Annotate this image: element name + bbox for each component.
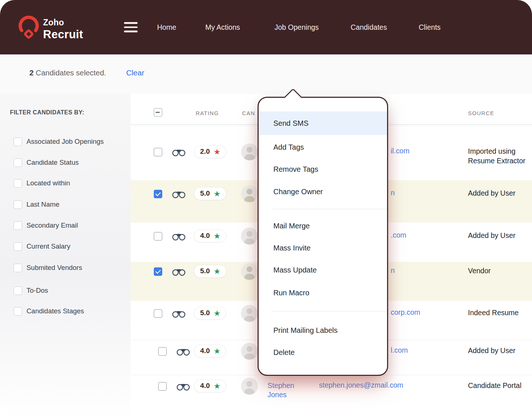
- filter-last-name[interactable]: Last Name: [0, 199, 131, 210]
- candidate-name-link[interactable]: Stephen Jones: [267, 381, 302, 400]
- star-icon: ★: [213, 148, 220, 156]
- checkbox[interactable]: [14, 221, 22, 230]
- quick-view-icon[interactable]: [172, 309, 186, 318]
- star-icon: ★: [213, 382, 220, 390]
- source-value: Vendor: [468, 266, 530, 276]
- quick-view-icon[interactable]: [172, 267, 186, 277]
- source-value: Candidate Portal: [468, 381, 530, 391]
- filter-sidebar: FILTER CANDIDATES BY: Associated Job Ope…: [0, 94, 131, 420]
- top-header: Zoho Recruit Home My Actions Job Opening…: [0, 0, 532, 54]
- avatar: [241, 263, 258, 280]
- column-header-candidate: CAN: [242, 110, 255, 116]
- checkbox[interactable]: [14, 264, 22, 272]
- checkbox[interactable]: [14, 307, 22, 316]
- table-row: 4.0 ★ Stephen Jones stephen.jones@zmail.…: [131, 375, 532, 420]
- filter-candidates-stages[interactable]: Candidates Stages: [0, 306, 131, 317]
- select-all-checkbox[interactable]: [154, 108, 162, 117]
- avatar: [241, 185, 258, 202]
- checkbox[interactable]: [14, 138, 22, 146]
- row-checkbox[interactable]: [154, 267, 162, 276]
- rating-badge: 5.0 ★: [194, 265, 226, 278]
- row-checkbox[interactable]: [154, 232, 162, 241]
- selection-summary: 2 Candidates selected.: [29, 68, 106, 77]
- nav-item-job-openings[interactable]: Job Openings: [274, 0, 319, 54]
- star-icon: ★: [213, 232, 220, 240]
- filter-located-within[interactable]: Located within: [0, 178, 131, 189]
- filter-submited-vendors[interactable]: Submited Vendors: [0, 263, 131, 274]
- row-checkbox[interactable]: [158, 347, 167, 356]
- menu-item-mass-update[interactable]: Mass Update: [259, 258, 387, 282]
- candidate-email-link[interactable]: l.com: [391, 346, 408, 355]
- rating-badge: 5.0 ★: [194, 307, 226, 320]
- nav-item-my-actions[interactable]: My Actions: [205, 0, 240, 54]
- avatar: [241, 143, 258, 160]
- checkbox[interactable]: [14, 242, 22, 251]
- clear-selection-link[interactable]: Clear: [126, 68, 144, 77]
- avatar: [241, 343, 258, 360]
- rating-badge: 2.0 ★: [194, 145, 226, 158]
- rating-badge: 4.0 ★: [194, 345, 226, 357]
- star-icon: ★: [213, 267, 220, 275]
- checkbox[interactable]: [14, 286, 22, 295]
- quick-view-icon[interactable]: [172, 147, 186, 157]
- filter-sidebar-title: FILTER CANDIDATES BY:: [10, 109, 84, 116]
- filter-secondary-email[interactable]: Secondary Email: [0, 220, 131, 231]
- star-icon: ★: [213, 309, 220, 317]
- row-checkbox[interactable]: [154, 309, 162, 318]
- star-icon: ★: [213, 190, 220, 197]
- menu-item-change-owner[interactable]: Change Owner: [259, 180, 387, 203]
- candidate-email-link[interactable]: .com: [391, 231, 406, 239]
- nav-item-clients[interactable]: Clients: [419, 0, 441, 54]
- selected-label: Candidates selected.: [36, 68, 106, 77]
- menu-item-remove-tags[interactable]: Remove Tags: [259, 157, 387, 181]
- source-value: Added by User: [468, 189, 530, 198]
- source-value: Imported using Resume Extractor: [468, 147, 530, 166]
- app-window: Zoho Recruit Home My Actions Job Opening…: [0, 0, 532, 420]
- filter-current-salary[interactable]: Current Salary: [0, 241, 131, 252]
- rating-badge: 4.0 ★: [194, 229, 226, 242]
- row-checkbox[interactable]: [158, 382, 167, 391]
- quick-view-icon[interactable]: [176, 382, 190, 391]
- menu-item-mail-merge[interactable]: Mail Merge: [259, 214, 387, 238]
- selection-action-bar: 2 Candidates selected. Clear: [0, 54, 532, 94]
- source-value: Added by User: [468, 231, 530, 241]
- star-icon: ★: [213, 347, 220, 355]
- source-value: Indeed Resume: [468, 308, 530, 318]
- avatar: [241, 378, 258, 395]
- rating-badge: 5.0 ★: [194, 187, 226, 200]
- menu-divider: [273, 311, 387, 312]
- checkbox[interactable]: [14, 179, 22, 188]
- nav-item-home[interactable]: Home: [157, 0, 176, 54]
- row-checkbox[interactable]: [154, 190, 162, 198]
- quick-view-icon[interactable]: [172, 232, 186, 241]
- rating-badge: 4.0 ★: [194, 380, 226, 392]
- filter-to-dos[interactable]: To-Dos: [0, 285, 131, 296]
- filter-associated-job-openings[interactable]: Associated Job Openings: [0, 136, 131, 147]
- checkbox[interactable]: [14, 200, 22, 209]
- menu-item-send-sms[interactable]: Send SMS: [259, 111, 387, 135]
- nav-item-candidates[interactable]: Candidates: [351, 0, 387, 54]
- quick-view-icon[interactable]: [176, 347, 190, 356]
- candidate-email-link[interactable]: corp.com: [391, 308, 420, 317]
- selected-count: 2: [29, 68, 33, 77]
- row-checkbox[interactable]: [154, 148, 162, 156]
- menu-item-run-macro[interactable]: Run Macro: [259, 281, 387, 305]
- menu-item-delete[interactable]: Delete: [259, 341, 387, 364]
- menu-item-add-tags[interactable]: Add Tags: [259, 135, 387, 159]
- candidate-email-link[interactable]: n: [391, 189, 395, 197]
- source-value: Added by User: [468, 346, 530, 356]
- filter-candidate-status[interactable]: Candidate Status: [0, 157, 131, 168]
- candidate-email-link[interactable]: il.com: [391, 147, 409, 155]
- avatar: [241, 228, 258, 245]
- column-header-rating: RATING: [196, 110, 219, 116]
- checkbox[interactable]: [14, 159, 22, 167]
- menu-item-mass-invite[interactable]: Mass Invite: [259, 236, 387, 260]
- column-header-source: SOURCE: [468, 110, 494, 116]
- menu-item-print-mailing-labels[interactable]: Print Mailing Labels: [259, 318, 387, 342]
- candidate-email-link[interactable]: stephen.jones@zmail.com: [319, 381, 403, 389]
- candidate-email-link[interactable]: n: [391, 266, 395, 275]
- avatar: [241, 305, 258, 322]
- quick-view-icon[interactable]: [172, 189, 186, 199]
- main-nav: Home My Actions Job Openings Candidates …: [0, 0, 532, 54]
- menu-divider: [273, 209, 387, 209]
